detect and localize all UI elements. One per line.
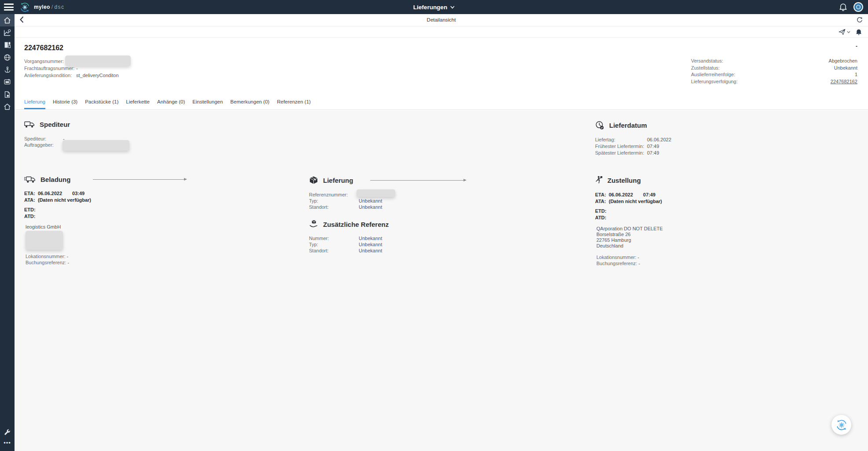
- alerts-bell-button[interactable]: [856, 29, 862, 35]
- tracking-link[interactable]: 2247682162: [831, 78, 857, 85]
- flow-arrow: [93, 179, 184, 180]
- section-lieferung: Lieferung Referenznummer: Typ:Unbekannt …: [309, 176, 494, 210]
- user-avatar[interactable]: [853, 2, 864, 12]
- assistant-fab-button[interactable]: [831, 415, 851, 435]
- delivery-street: Borselstraße 26: [596, 232, 663, 237]
- clock-check-icon: [595, 121, 604, 130]
- sidebar-item-more[interactable]: •••: [0, 439, 15, 451]
- package-icon: [309, 176, 318, 185]
- tab-einstellungen[interactable]: Einstellungen: [192, 95, 223, 109]
- refresh-button[interactable]: [857, 17, 863, 23]
- tab-content: Spediteur Spediteur:- Auftraggeber: Lief…: [15, 110, 868, 451]
- module-switcher[interactable]: Lieferungen: [413, 0, 455, 14]
- paper-plane-icon: [839, 29, 846, 35]
- section-beladung: Beladung ETA:06.06.202203:49 ATA:(Daten …: [24, 176, 200, 220]
- sidebar-item-tools[interactable]: [0, 426, 15, 439]
- anchor-icon: [4, 66, 11, 74]
- tab-bemerkungen[interactable]: Bemerkungen (0): [230, 95, 269, 109]
- delivery-person-icon: [595, 176, 603, 185]
- truck-loading-icon: [24, 176, 36, 183]
- action-toolbar: [15, 26, 868, 38]
- notifications-bell-icon[interactable]: [839, 3, 847, 11]
- sidebar-item-documents[interactable]: [0, 88, 15, 100]
- chevron-down-icon: [450, 6, 455, 9]
- module-title: Lieferungen: [413, 4, 447, 11]
- menu-icon[interactable]: [4, 4, 14, 11]
- dashboard-icon: [4, 41, 11, 48]
- tab-referenzen[interactable]: Referenzen (1): [277, 95, 311, 109]
- header-right-fields: Versandstatus:Abgebrochen Zustellstatus:…: [691, 58, 857, 85]
- section-lieferdatum: Lieferdatum Liefertag:06.06.2022 Frühest…: [595, 121, 727, 156]
- delivery-city: 22765 Hamburg: [596, 237, 663, 243]
- home-outline-icon: [4, 103, 11, 111]
- truck-icon: [24, 121, 35, 128]
- sidebar-item-dashboard[interactable]: [0, 39, 15, 51]
- section-zusaetzliche-referenz: Zusätzliche Referenz Nummer:Unbekannt Ty…: [309, 220, 494, 254]
- back-button[interactable]: [20, 16, 24, 23]
- sidebar-item-warehouse[interactable]: [0, 100, 15, 113]
- globe-icon: [4, 54, 11, 61]
- chart-monitor-icon: [4, 29, 11, 37]
- delivery-country: Deutschland: [596, 243, 663, 249]
- sidebar-item-planning[interactable]: [0, 76, 15, 88]
- delivery-company: QArporation DO NOT DELETE: [596, 226, 663, 232]
- tab-anhaenge[interactable]: Anhänge (0): [157, 95, 185, 109]
- tab-lieferkette[interactable]: Lieferkette: [126, 95, 150, 109]
- redacted-value: [357, 189, 395, 197]
- detail-bar: Detailansicht: [15, 14, 868, 26]
- tab-bar: Lieferung Historie (3) Packstücke (1) Li…: [15, 95, 868, 110]
- tab-historie[interactable]: Historie (3): [53, 95, 77, 109]
- myleo-logo-icon: [835, 419, 848, 431]
- sidebar-item-globe[interactable]: [0, 51, 15, 63]
- top-bar: myleo/dsc Lieferungen: [0, 0, 868, 14]
- tab-lieferung[interactable]: Lieferung: [24, 95, 45, 109]
- delivery-header: 2247682162 Vorgangsnummer: Frachtauftrag…: [15, 38, 868, 95]
- sidebar-item-port[interactable]: [0, 63, 15, 76]
- brand-name: myleo/dsc: [34, 4, 65, 10]
- redacted-value: [63, 140, 129, 151]
- send-button[interactable]: [839, 29, 850, 35]
- wrench-icon: [4, 429, 11, 436]
- section-spediteur: Spediteur Spediteur:- Auftraggeber:: [24, 121, 209, 148]
- sidebar-item-home[interactable]: [0, 14, 15, 26]
- loading-company: leogistics GmbH: [26, 224, 61, 230]
- myleo-logo-icon: [19, 2, 30, 13]
- redacted-address: [26, 231, 63, 250]
- ellipsis-icon: •••: [4, 441, 11, 448]
- document-icon: [4, 91, 11, 98]
- page-title: Detailansicht: [427, 17, 456, 22]
- header-corner-value: -: [856, 43, 857, 49]
- calendar-plus-icon: [4, 78, 11, 85]
- sidebar: •••: [0, 14, 15, 451]
- delivery-number: 2247682162: [24, 44, 63, 52]
- home-icon: [4, 17, 11, 24]
- flow-arrow: [370, 180, 464, 181]
- redacted-value: [65, 55, 131, 66]
- refresh-icon: [857, 17, 863, 23]
- hand-box-icon: [309, 220, 318, 229]
- chevron-down-icon: [847, 31, 850, 33]
- tab-packstuecke[interactable]: Packstücke (1): [85, 95, 118, 109]
- section-zustellung: Zustellung ETA:06.06.202207:49 ATA:(Date…: [595, 176, 727, 221]
- chevron-left-icon: [20, 16, 24, 23]
- main-area: Detailansicht 2247682162 Vorgangsnummer:…: [15, 14, 868, 451]
- sidebar-item-monitoring[interactable]: [0, 26, 15, 39]
